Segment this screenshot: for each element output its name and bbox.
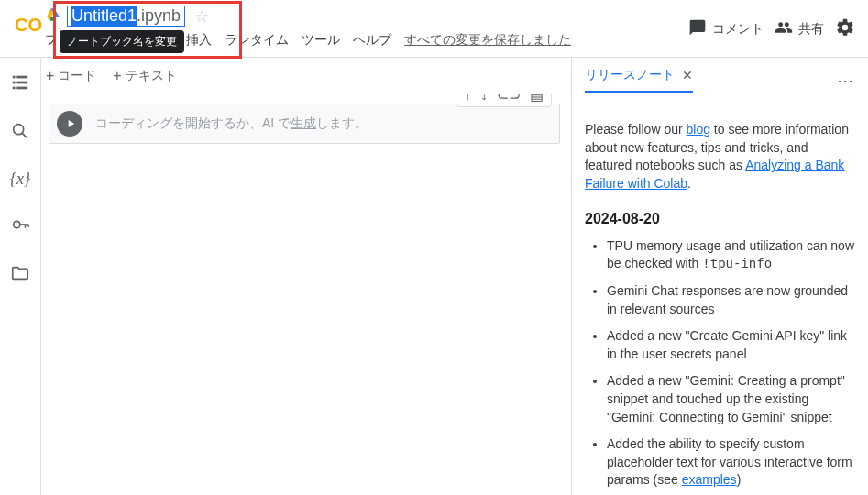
comment-icon bbox=[688, 18, 707, 39]
share-button[interactable]: 共有 bbox=[775, 18, 824, 39]
panel-header: リリースノート ✕ ⋯ bbox=[572, 58, 868, 94]
svg-point-6 bbox=[14, 125, 24, 135]
share-label: 共有 bbox=[798, 21, 824, 38]
svg-rect-3 bbox=[16, 82, 27, 84]
placeholder-generate-link[interactable]: 生成 bbox=[291, 116, 316, 130]
secrets-button[interactable] bbox=[10, 214, 30, 237]
menu-tools[interactable]: ツール bbox=[302, 32, 340, 49]
menu-insert[interactable]: 挿入 bbox=[186, 32, 212, 49]
settings-button[interactable] bbox=[835, 17, 855, 40]
search-button[interactable] bbox=[10, 121, 30, 144]
run-button[interactable] bbox=[57, 111, 82, 137]
panel-body: Please follow our blog to see more infor… bbox=[572, 94, 868, 495]
tab-release-notes[interactable]: リリースノート ✕ bbox=[585, 67, 693, 94]
variables-button[interactable]: {x} bbox=[10, 170, 30, 189]
editor-column: ↑ ↓ ⊂⊃ ▤ コーディングを開始するか、AI で生成します。 bbox=[41, 94, 571, 495]
svg-rect-1 bbox=[16, 76, 27, 79]
comment-cell-button[interactable]: ▤ bbox=[530, 94, 544, 104]
tab-label: リリースノート bbox=[585, 67, 675, 83]
svg-line-7 bbox=[22, 133, 27, 138]
placeholder-text: コーディングを開始するか、AI で bbox=[95, 116, 291, 130]
doc-title-selected: Untitled1 bbox=[71, 6, 137, 26]
code-cell[interactable]: ↑ ↓ ⊂⊃ ▤ コーディングを開始するか、AI で生成します。 bbox=[49, 104, 560, 144]
menu-bar: ノートブック名を変更 ファイル 編集 表示 挿入 ランタイム ツール ヘルプ す… bbox=[41, 32, 688, 49]
examples-link[interactable]: examples bbox=[682, 472, 737, 487]
svg-rect-5 bbox=[16, 87, 27, 90]
svg-point-8 bbox=[14, 221, 20, 227]
menu-help[interactable]: ヘルプ bbox=[353, 32, 391, 49]
doc-title-ext: .ipynb bbox=[137, 6, 181, 26]
add-text-label: テキスト bbox=[126, 68, 177, 84]
svg-rect-4 bbox=[13, 87, 16, 90]
drive-icon bbox=[45, 7, 61, 25]
share-icon bbox=[775, 18, 793, 39]
cell-toolbar: ↑ ↓ ⊂⊃ ▤ bbox=[456, 94, 552, 107]
intro-text: Please follow our bbox=[585, 122, 687, 137]
plus-icon: + bbox=[46, 68, 54, 84]
add-code-label: コード bbox=[58, 68, 96, 84]
left-rail: {x} bbox=[0, 58, 41, 495]
comment-button[interactable]: コメント bbox=[688, 18, 764, 39]
release-item: Added a new "Gemini: Creating a prompt" … bbox=[607, 372, 855, 426]
placeholder-text: します。 bbox=[316, 116, 368, 130]
side-panel: リリースノート ✕ ⋯ Please follow our blog to se… bbox=[571, 58, 868, 495]
release-item: TPU memory usage and utilization can now… bbox=[607, 237, 855, 273]
star-icon[interactable]: ☆ bbox=[194, 6, 209, 27]
doc-title-input[interactable]: Untitled1.ipynb bbox=[67, 6, 185, 27]
cell-placeholder: コーディングを開始するか、AI で生成します。 bbox=[95, 116, 368, 132]
blog-link[interactable]: blog bbox=[687, 122, 710, 137]
rename-tooltip: ノートブック名を変更 bbox=[60, 30, 184, 53]
release-item: Added a new "Create Gemini API key" link… bbox=[607, 327, 855, 363]
colab-logo-icon: CO bbox=[15, 15, 42, 36]
app-header: CO Untitled1.ipynb ☆ ノートブック名を変更 ファイル 編集 … bbox=[0, 0, 868, 58]
move-down-button[interactable]: ↓ bbox=[480, 94, 488, 104]
menu-runtime[interactable]: ランタイム bbox=[225, 32, 289, 49]
release-list: TPU memory usage and utilization can now… bbox=[585, 237, 855, 495]
add-code-button[interactable]: + コード bbox=[46, 68, 96, 84]
link-button[interactable]: ⊂⊃ bbox=[497, 94, 521, 104]
files-button[interactable] bbox=[10, 263, 30, 286]
release-item: Gemini Chat responses are now grounded i… bbox=[607, 282, 855, 318]
gear-icon bbox=[835, 17, 855, 40]
svg-rect-2 bbox=[13, 82, 16, 84]
plus-icon: + bbox=[113, 68, 121, 84]
app-logo[interactable]: CO bbox=[0, 0, 41, 36]
release-date: 2024-08-20 bbox=[585, 209, 855, 229]
release-intro: Please follow our blog to see more infor… bbox=[585, 121, 855, 192]
move-up-button[interactable]: ↑ bbox=[464, 94, 471, 104]
panel-more-button[interactable]: ⋯ bbox=[837, 71, 855, 91]
close-icon[interactable]: ✕ bbox=[682, 68, 693, 82]
toc-button[interactable] bbox=[10, 72, 30, 95]
save-status[interactable]: すべての変更を保存しました bbox=[404, 32, 571, 49]
intro-text: . bbox=[687, 176, 691, 191]
add-text-button[interactable]: + テキスト bbox=[113, 68, 176, 84]
release-item: Added the ability to specify custom plac… bbox=[607, 435, 855, 490]
svg-rect-0 bbox=[13, 76, 16, 79]
comment-label: コメント bbox=[712, 21, 764, 38]
